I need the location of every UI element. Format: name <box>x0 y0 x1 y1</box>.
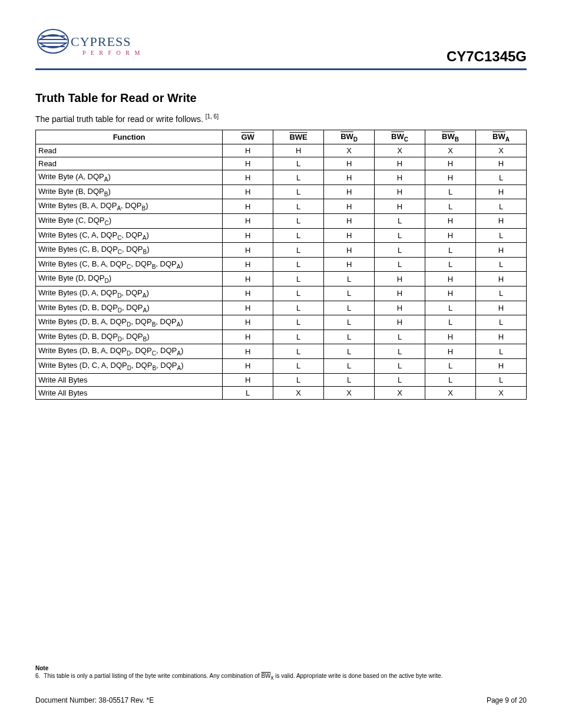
section-title: Truth Table for Read or Write <box>35 91 527 105</box>
cell-function: Write Bytes (D, B, DQPD, DQPA) <box>36 301 223 315</box>
cell-value: X <box>476 386 527 399</box>
cell-value: L <box>324 373 375 386</box>
table-row: Write All BytesLXXXXX <box>36 386 527 399</box>
note-title: Note <box>35 665 527 671</box>
table-row: ReadHLHHHH <box>36 157 527 170</box>
th-bwb: BWB <box>425 130 476 144</box>
table-row: Write Bytes (D, B, DQPD, DQPB)HLLLHH <box>36 330 527 344</box>
svg-rect-3 <box>40 42 66 44</box>
cell-function: Write Bytes (D, A, DQPD, DQPA) <box>36 286 223 301</box>
svg-rect-1 <box>41 35 65 37</box>
cell-value: X <box>476 144 527 157</box>
table-row: Write Bytes (C, A, DQPC, DQPA)HLHLHL <box>36 228 527 243</box>
table-row: Write Bytes (B, A, DQPA, DQPB)HLHHLL <box>36 199 527 214</box>
cell-value: H <box>223 157 273 170</box>
part-number: CY7C1345G <box>447 48 527 65</box>
cell-value: H <box>324 199 375 214</box>
cell-value: L <box>324 286 375 301</box>
svg-rect-2 <box>40 39 66 40</box>
table-row: Write Byte (B, DQPB)HLHHLH <box>36 185 527 199</box>
cell-value: L <box>375 228 425 243</box>
cell-value: H <box>223 170 273 185</box>
cell-value: L <box>476 257 527 272</box>
cell-value: H <box>476 214 527 229</box>
cell-value: H <box>425 286 476 301</box>
truth-table: Function GW BWE BWD BWC BWB BWA ReadHHXX… <box>35 130 527 400</box>
cell-value: H <box>223 330 273 344</box>
cell-value: L <box>375 330 425 344</box>
cell-value: H <box>223 214 273 229</box>
cell-value: H <box>476 301 527 315</box>
cell-value: L <box>273 214 324 229</box>
cell-value: L <box>273 315 324 330</box>
cell-value: H <box>324 228 375 243</box>
table-row: Write Bytes (D, C, A, DQPD, DQPB, DQPA)H… <box>36 358 527 373</box>
cell-value: L <box>273 373 324 386</box>
table-row: Write Byte (A, DQPA)HLHHHL <box>36 170 527 185</box>
th-bwc: BWC <box>375 130 425 144</box>
cell-value: X <box>425 386 476 399</box>
company-logo: CYPRESS P E R F O R M <box>35 24 147 65</box>
cell-value: H <box>476 330 527 344</box>
cell-value: L <box>273 358 324 373</box>
cell-value: L <box>273 199 324 214</box>
cell-value: H <box>223 185 273 199</box>
table-row: Write Byte (C, DQPC)HLHLHH <box>36 214 527 229</box>
cell-value: H <box>223 358 273 373</box>
cell-value: L <box>273 228 324 243</box>
table-row: Write Bytes (D, B, DQPD, DQPA)HLLHLH <box>36 301 527 315</box>
cell-value: L <box>273 344 324 359</box>
table-row: Write Bytes (C, B, A, DQPC, DQPB, DQPA)H… <box>36 257 527 272</box>
cell-value: L <box>476 373 527 386</box>
cell-value: H <box>223 144 273 157</box>
cell-function: Write Byte (C, DQPC) <box>36 214 223 229</box>
cell-value: H <box>375 286 425 301</box>
cell-value: L <box>223 386 273 399</box>
th-function: Function <box>36 130 223 144</box>
cell-function: Write Byte (A, DQPA) <box>36 170 223 185</box>
logo-text: CYPRESS <box>71 34 131 50</box>
cell-value: H <box>324 214 375 229</box>
note-line: 6. This table is only a partial listing … <box>35 673 527 681</box>
cell-value: H <box>425 214 476 229</box>
cell-function: Write Bytes (D, B, A, DQPD, DQPB, DQPA) <box>36 315 223 330</box>
cell-value: X <box>324 144 375 157</box>
cell-value: L <box>425 315 476 330</box>
cell-function: Write All Bytes <box>36 373 223 386</box>
cell-value: H <box>223 243 273 258</box>
cell-value: L <box>476 170 527 185</box>
cell-function: Write Bytes (C, A, DQPC, DQPA) <box>36 228 223 243</box>
cell-value: L <box>375 373 425 386</box>
cell-value: X <box>273 386 324 399</box>
table-row: Write Bytes (D, A, DQPD, DQPA)HLLHHL <box>36 286 527 301</box>
cell-function: Write Bytes (B, A, DQPA, DQPB) <box>36 199 223 214</box>
cell-value: L <box>324 330 375 344</box>
cell-value: H <box>223 315 273 330</box>
cell-value: L <box>425 373 476 386</box>
table-row: Write Bytes (C, B, DQPC, DQPB)HLHLLH <box>36 243 527 258</box>
page-number: Page 9 of 20 <box>487 696 527 704</box>
cell-value: H <box>375 170 425 185</box>
intro-text: The partial truth table for read or writ… <box>35 114 206 124</box>
cell-value: L <box>324 315 375 330</box>
svg-rect-4 <box>41 46 65 47</box>
cell-value: H <box>425 330 476 344</box>
th-bwa: BWA <box>476 130 527 144</box>
cell-value: H <box>425 157 476 170</box>
cell-value: L <box>375 214 425 229</box>
logo-tagline: P E R F O R M <box>82 50 141 56</box>
cell-function: Write Bytes (D, B, A, DQPD, DQPC, DQPA) <box>36 344 223 359</box>
cell-function: Write Bytes (D, C, A, DQPD, DQPB, DQPA) <box>36 358 223 373</box>
cell-value: H <box>425 272 476 286</box>
cell-value: X <box>375 386 425 399</box>
header-rule <box>35 68 527 70</box>
cell-value: H <box>223 272 273 286</box>
cell-value: L <box>425 185 476 199</box>
cell-value: H <box>324 243 375 258</box>
cell-value: H <box>476 243 527 258</box>
table-row: Write Bytes (D, B, A, DQPD, DQPC, DQPA)H… <box>36 344 527 359</box>
cell-value: H <box>476 157 527 170</box>
section-intro: The partial truth table for read or writ… <box>35 113 527 124</box>
cell-value: L <box>375 344 425 359</box>
th-gw: GW <box>223 130 273 144</box>
